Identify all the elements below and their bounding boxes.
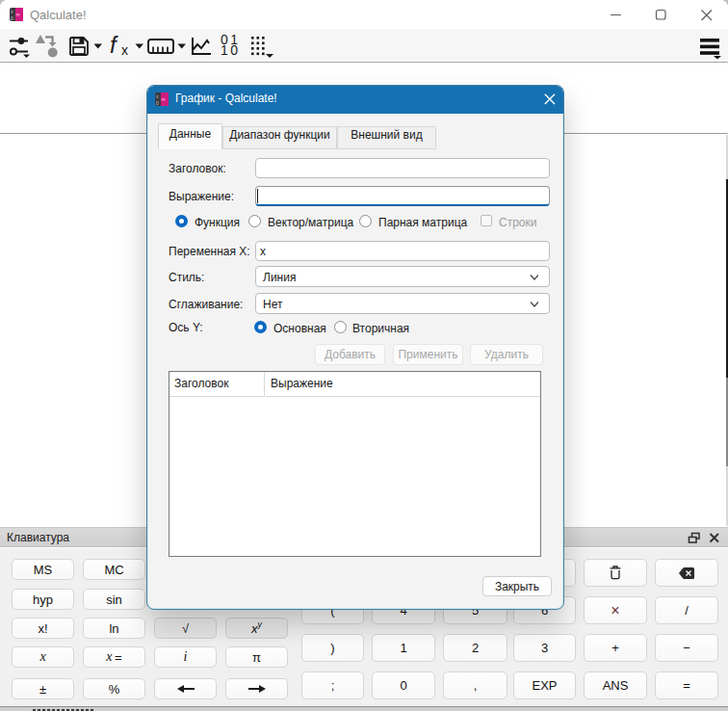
svg-text:f: f	[110, 33, 118, 58]
svg-text:0: 0	[156, 100, 159, 106]
svg-text:x: x	[121, 42, 128, 58]
svg-text:0: 0	[11, 15, 13, 21]
